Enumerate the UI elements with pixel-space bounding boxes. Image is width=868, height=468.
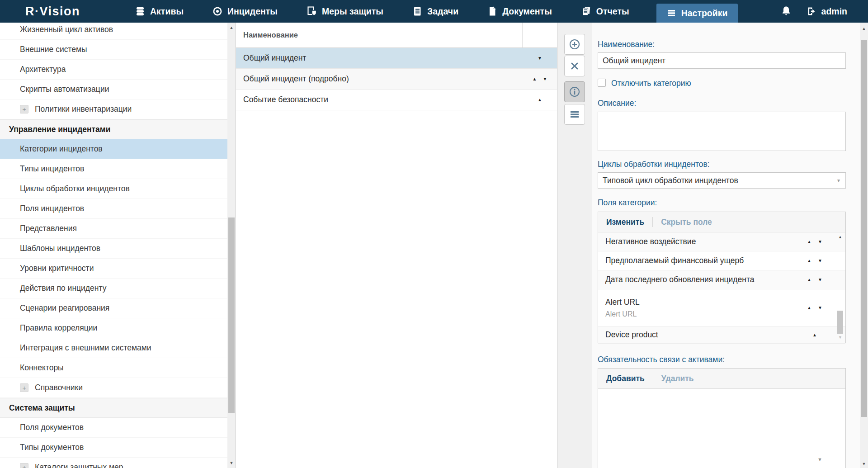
info-button[interactable] (564, 81, 585, 102)
sidebar-item-22[interactable]: +Каталоги защитных мер (0, 458, 236, 468)
sidebar-item-4[interactable]: +Политики инвентаризации (0, 99, 236, 119)
nav-item-2[interactable]: Меры защиты (305, 0, 385, 23)
move-arrow: ▼ (523, 56, 557, 61)
form-scrollbar[interactable]: ▲ ▼ (860, 23, 868, 468)
description-textarea[interactable] (598, 112, 846, 151)
sidebar-item-9[interactable]: Поля инцидентов (0, 199, 236, 219)
logout-icon[interactable] (807, 6, 816, 16)
field-row[interactable]: Device product▲ (598, 326, 845, 344)
disable-category-label[interactable]: Отключить категорию (611, 79, 691, 88)
nav-item-6[interactable]: Настройки (656, 4, 738, 23)
sidebar-item-11[interactable]: Шаблоны инцидентов (0, 239, 236, 259)
disable-category-checkbox[interactable] (598, 79, 606, 87)
field-row[interactable]: Дата последнего обновления инцидента▲▼ (598, 270, 845, 289)
sidebar-scrollbar[interactable]: ▲ ▼ (227, 23, 236, 468)
form-scrollbar-thumb[interactable] (861, 40, 867, 417)
sidebar-item-18[interactable]: +Справочники (0, 378, 236, 398)
sidebar-item-3[interactable]: Скрипты автоматизации (0, 80, 236, 99)
nav-item-1[interactable]: Инциденты (211, 0, 279, 23)
catalog-header-row: Наименование (236, 23, 557, 48)
assets-panel-toolbar: Добавить Удалить (598, 369, 845, 389)
move-down-icon[interactable]: ▼ (818, 305, 822, 310)
sidebar-item-label: Категории инцидентов (20, 144, 103, 154)
scroll-up-icon[interactable]: ▲ (836, 235, 844, 239)
remove-relation-button[interactable]: Удалить (653, 374, 702, 383)
scroll-down-indicator-icon[interactable]: ▼ (817, 457, 822, 462)
sidebar-item-14[interactable]: Сценарии реагирования (0, 298, 236, 318)
move-up-icon[interactable]: ▲ (807, 239, 811, 244)
scroll-down-icon[interactable]: ▼ (836, 335, 844, 340)
scroll-down-icon[interactable]: ▼ (860, 462, 868, 466)
move-down-icon[interactable]: ▼ (543, 76, 547, 81)
user-menu[interactable]: admin (807, 6, 847, 17)
field-row[interactable]: Предполагаемый финансовый ущерб▲▼ (598, 251, 845, 270)
sidebar-item-1[interactable]: Внешние системы (0, 40, 236, 60)
assets-relation-empty-list[interactable] (598, 389, 845, 468)
sidebar-item-17[interactable]: Коннекторы (0, 358, 236, 378)
expand-plus-icon[interactable]: + (20, 463, 28, 468)
move-down-icon[interactable]: ▼ (818, 258, 822, 263)
sidebar-item-0[interactable]: Жизненный цикл активов (0, 23, 236, 40)
sidebar-item-21[interactable]: Типы документов (0, 438, 236, 458)
move-up-icon[interactable]: ▲ (807, 258, 811, 263)
sidebar-scrollbar-thumb[interactable] (228, 217, 235, 413)
table-row[interactable]: Событие безопасности▲ (236, 90, 557, 110)
sidebar-item-12[interactable]: Уровни критичности (0, 259, 236, 279)
expand-plus-icon[interactable]: + (20, 383, 28, 392)
fields-scrollbar-thumb[interactable] (837, 311, 843, 334)
field-name: Device product (605, 330, 802, 340)
sidebar-item-15[interactable]: Правила корреляции (0, 318, 236, 338)
sidebar-item-2[interactable]: Архитектура (0, 60, 236, 80)
nav-item-4[interactable]: Документы (486, 0, 554, 23)
sidebar-item-label: Коннекторы (20, 363, 64, 373)
sidebar-item-13[interactable]: Действия по инциденту (0, 279, 236, 298)
move-up-icon[interactable]: ▲ (807, 277, 811, 282)
name-input[interactable] (598, 52, 846, 69)
add-circle-icon (569, 38, 580, 50)
cycles-select[interactable]: Типовой цикл обработки инцидентов ▼ (598, 172, 846, 189)
move-down-icon[interactable]: ▼ (538, 56, 542, 61)
field-name: Alert URL (605, 298, 802, 307)
scroll-up-icon[interactable]: ▲ (227, 25, 236, 30)
nav-item-0[interactable]: Активы (133, 0, 185, 23)
field-name: Негативное воздействие (605, 237, 802, 246)
field-row[interactable]: Негативное воздействие▲▼ (598, 232, 845, 251)
field-row[interactable]: Alert URLAlert URL▲▼ (598, 289, 845, 326)
sidebar-item-16[interactable]: Интеграция с внешними системами (0, 338, 236, 358)
move-up-icon[interactable]: ▲ (807, 305, 811, 310)
move-down-icon[interactable]: ▼ (818, 277, 822, 282)
move-up-icon[interactable]: ▲ (538, 97, 542, 102)
move-up-icon[interactable]: ▲ (812, 332, 817, 337)
sidebar-item-8[interactable]: Циклы обработки инцидентов (0, 179, 236, 199)
table-row[interactable]: Общий инцидент (подробно)▲▼ (236, 69, 557, 90)
category-fields-label: Поля категории: (598, 198, 657, 208)
column-header-name[interactable]: Наименование (236, 23, 522, 47)
category-name: Общий инцидент (236, 53, 523, 63)
sidebar-item-label: Интеграция с внешними системами (20, 343, 151, 353)
nav-item-3[interactable]: Задачи (410, 0, 460, 23)
add-relation-button[interactable]: Добавить (598, 374, 653, 383)
sidebar-item-label: Действия по инциденту (20, 284, 106, 293)
notifications-bell-icon[interactable] (781, 6, 791, 17)
sidebar-item-6[interactable]: Категории инцидентов (0, 139, 236, 159)
top-navbar: R·Vision АктивыИнцидентыМеры защитыЗадач… (0, 0, 868, 23)
category-name: Событие безопасности (236, 95, 523, 104)
scroll-up-icon[interactable]: ▲ (860, 26, 868, 31)
delete-category-button[interactable] (564, 56, 585, 76)
field-name-block: Предполагаемый финансовый ущерб (605, 256, 802, 265)
add-category-button[interactable] (564, 34, 585, 55)
nav-item-5[interactable]: Отчеты (579, 0, 631, 23)
scroll-down-icon[interactable]: ▼ (227, 461, 236, 465)
sidebar-item-20[interactable]: Поля документов (0, 418, 236, 438)
nav-item-label: Активы (150, 6, 184, 17)
table-row[interactable]: Общий инцидент▼ (236, 48, 557, 69)
list-button[interactable] (564, 104, 585, 125)
sidebar-item-10[interactable]: Представления (0, 219, 236, 239)
move-up-icon[interactable]: ▲ (533, 76, 537, 81)
move-down-icon[interactable]: ▼ (818, 239, 822, 244)
fields-scrollbar[interactable]: ▲ ▼ (836, 234, 844, 340)
sidebar-item-7[interactable]: Типы инцидентов (0, 159, 236, 179)
edit-field-button[interactable]: Изменить (598, 217, 652, 227)
expand-plus-icon[interactable]: + (20, 105, 28, 113)
hide-field-button[interactable]: Скрыть поле (653, 217, 720, 227)
